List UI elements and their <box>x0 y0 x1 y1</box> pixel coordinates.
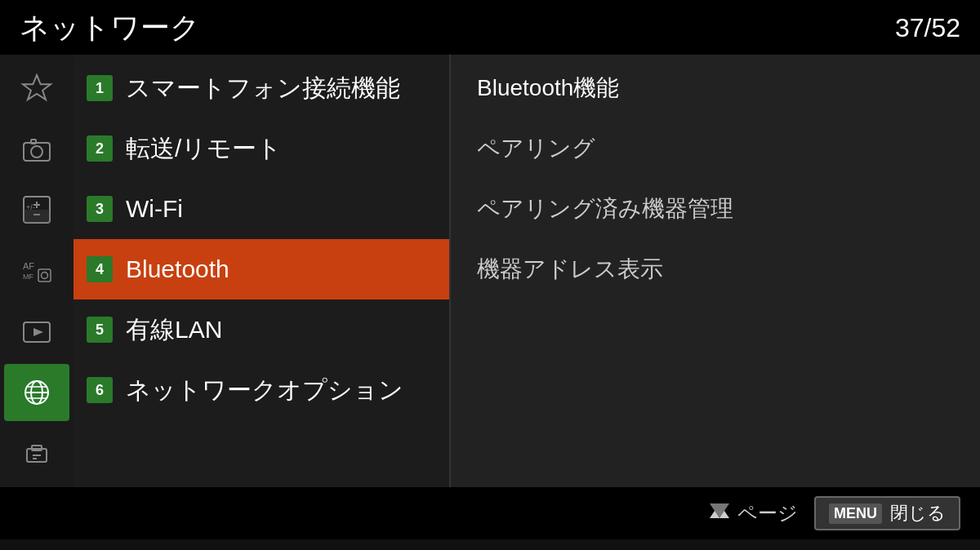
sidebar-item-network[interactable] <box>4 364 69 422</box>
menu-item-2[interactable]: 2 転送/リモート <box>74 118 449 179</box>
menu-item-num-4: 4 <box>87 256 113 282</box>
submenu-item-2[interactable]: ペアリング <box>451 118 980 179</box>
camera-icon <box>20 133 53 166</box>
tools-icon <box>20 437 53 470</box>
sidebar-item-af[interactable]: AF MF <box>4 242 69 300</box>
af-icon: AF MF <box>20 255 53 287</box>
sidebar-item-star[interactable] <box>4 60 69 118</box>
sidebar: +/- AF MF <box>0 55 74 487</box>
svg-point-13 <box>42 273 48 279</box>
sidebar-item-playback[interactable] <box>4 303 69 361</box>
sidebar-item-tools[interactable] <box>4 424 69 482</box>
submenu: Bluetooth機能 ペアリング ペアリング済み機器管理 機器アドレス表示 <box>449 55 980 487</box>
header: ネットワーク 37/52 <box>0 0 980 55</box>
menu-list: 1 スマートフォン接続機能 2 転送/リモート 3 Wi-Fi 4 Blueto… <box>74 55 449 487</box>
menu-item-label-6: ネットワークオプション <box>126 374 403 407</box>
submenu-item-label-3: ペアリング済み機器管理 <box>477 193 733 224</box>
submenu-item-3[interactable]: ペアリング済み機器管理 <box>451 179 980 239</box>
menu-item-label-4: Bluetooth <box>126 255 229 283</box>
svg-text:AF: AF <box>23 261 34 271</box>
menu-item-label-2: 転送/リモート <box>126 132 282 166</box>
page-hint: ページ <box>708 500 798 526</box>
menu-item-3[interactable]: 3 Wi-Fi <box>74 179 449 239</box>
page-counter: 37/52 <box>895 13 960 43</box>
menu-item-label-1: スマートフォン接続機能 <box>126 72 400 105</box>
menu-item-1[interactable]: 1 スマートフォン接続機能 <box>74 58 449 118</box>
exposure-icon: +/- <box>20 193 53 226</box>
submenu-item-label-1: Bluetooth機能 <box>477 73 619 104</box>
menu-item-num-2: 2 <box>87 135 113 162</box>
svg-rect-12 <box>38 269 51 282</box>
svg-text:MF: MF <box>23 273 33 281</box>
svg-marker-15 <box>33 328 43 336</box>
menu-item-4[interactable]: 4 Bluetooth <box>74 239 449 299</box>
wheel-icon <box>708 502 731 525</box>
menu-key-label: MENU <box>829 503 882 524</box>
wheel-svg <box>708 502 731 520</box>
page-title: ネットワーク <box>20 8 200 48</box>
svg-rect-9 <box>24 210 50 223</box>
star-icon <box>20 72 53 104</box>
playback-icon <box>20 316 53 348</box>
menu-item-num-3: 3 <box>87 196 113 222</box>
sidebar-item-exposure[interactable]: +/- <box>4 181 69 239</box>
menu-item-label-3: Wi-Fi <box>126 195 183 223</box>
submenu-item-1[interactable]: Bluetooth機能 <box>451 58 980 118</box>
page-label: ページ <box>737 500 798 526</box>
svg-point-2 <box>31 146 42 157</box>
screen: ネットワーク 37/52 <box>0 0 980 550</box>
sidebar-item-camera[interactable] <box>4 121 69 179</box>
close-button[interactable]: MENU 閉じる <box>814 496 960 530</box>
close-label: 閉じる <box>890 501 946 526</box>
submenu-item-4[interactable]: 機器アドレス表示 <box>451 239 980 299</box>
menu-item-num-6: 6 <box>87 377 113 403</box>
main-content: +/- AF MF <box>0 55 980 487</box>
network-icon <box>20 376 53 409</box>
submenu-item-label-2: ペアリング <box>477 133 595 164</box>
menu-item-num-1: 1 <box>87 75 113 101</box>
svg-rect-3 <box>31 140 36 144</box>
menu-item-label-5: 有線LAN <box>126 313 222 347</box>
submenu-item-label-4: 機器アドレス表示 <box>477 254 663 285</box>
menu-item-5[interactable]: 5 有線LAN <box>74 299 449 360</box>
menu-item-num-5: 5 <box>87 317 113 343</box>
menu-item-6[interactable]: 6 ネットワークオプション <box>74 360 449 420</box>
footer: ページ MENU 閉じる <box>0 487 980 539</box>
svg-marker-0 <box>23 75 51 100</box>
